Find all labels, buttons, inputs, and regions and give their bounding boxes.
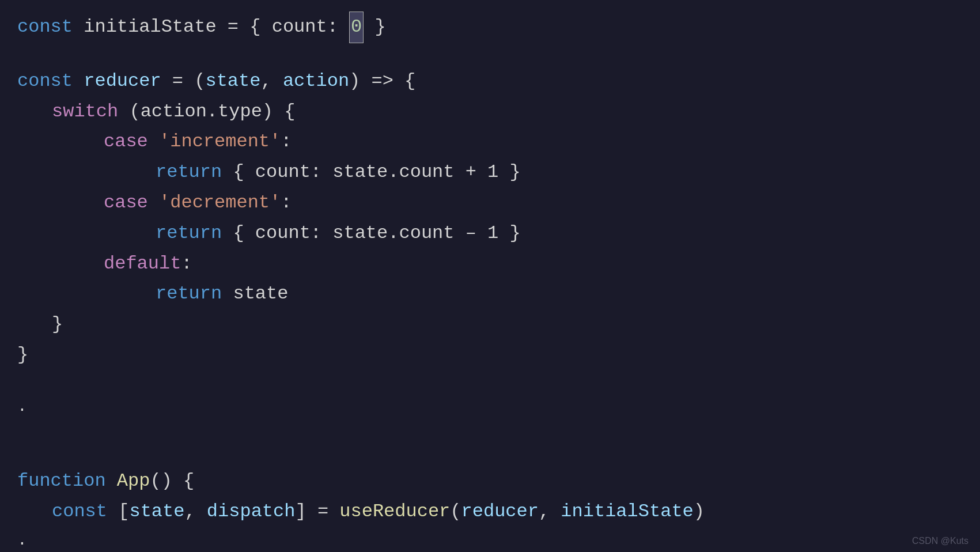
code-line-empty-1 — [0, 43, 980, 66]
code-line-3: switch (action.type) { — [0, 97, 980, 127]
code-line-7: return { count: state.count – 1 } — [0, 218, 980, 249]
code-line-11: } — [0, 340, 980, 370]
code-line-13: const [ state , dispatch ] = useReducer … — [0, 497, 980, 527]
code-line-9: return state — [0, 279, 980, 309]
code-line-8: default : — [0, 249, 980, 279]
arrow-cursor: => — [372, 66, 393, 97]
code-line-10: } — [0, 309, 980, 340]
code-line-empty-3 — [0, 420, 980, 443]
code-line-1: const initialState = { count: 0 } — [0, 12, 980, 43]
cursor-value: 0 — [349, 12, 364, 43]
code-line-empty-4 — [0, 443, 980, 466]
code-editor: const initialState = { count: 0 } const … — [0, 0, 980, 552]
code-line-dot-2: . — [0, 527, 980, 552]
watermark: CSDN @Kuts — [912, 536, 968, 546]
code-line-12: function App () { — [0, 466, 980, 497]
code-line-dot-1: . — [0, 394, 980, 420]
code-line-2: const reducer = ( state , action ) => { — [0, 66, 980, 97]
code-line-6: case 'decrement' : — [0, 188, 980, 218]
keyword-const-1: const — [17, 12, 73, 43]
code-line-4: case 'increment' : — [0, 127, 980, 157]
code-line-empty-2 — [0, 370, 980, 394]
code-line-5: return { count: state.count + 1 } — [0, 157, 980, 188]
